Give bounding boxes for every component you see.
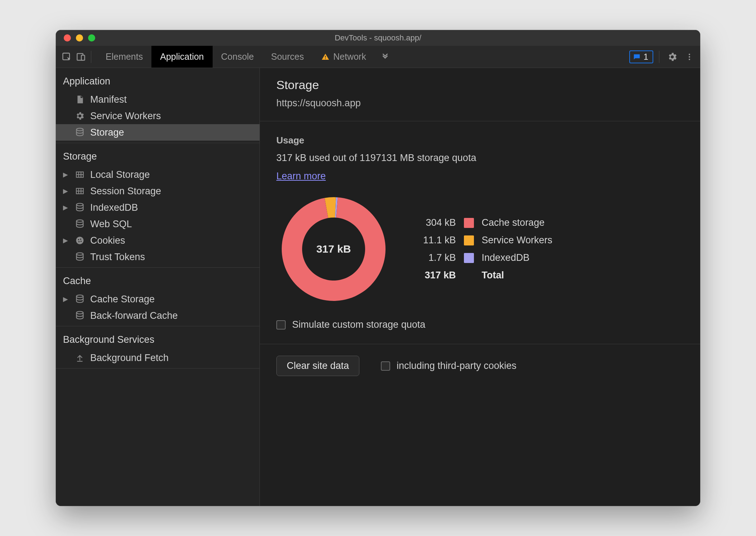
tab-label: Sources (271, 52, 304, 62)
legend-label: IndexedDB (482, 252, 553, 263)
sidebar-item-label: Background Fetch (90, 352, 169, 364)
tab-label: Network (333, 52, 366, 62)
sidebar-item-indexeddb[interactable]: ▶IndexedDB (56, 199, 260, 216)
svg-point-6 (689, 56, 690, 58)
usage-chart-row: 317 kB 304 kBCache storage11.1 kBService… (276, 192, 684, 306)
legend-value: 304 kB (423, 217, 456, 228)
legend-swatch (464, 218, 474, 228)
legend-label: Service Workers (482, 235, 553, 246)
sidebar-item-cookies[interactable]: ▶Cookies (56, 232, 260, 249)
sidebar-item-local-storage[interactable]: ▶Local Storage (56, 166, 260, 183)
issues-badge[interactable]: 1 (629, 50, 653, 63)
more-menu-icon[interactable] (682, 50, 697, 64)
tab-console[interactable]: Console (213, 46, 263, 68)
panel-body: Application▶Manifest▶Service Workers▶Sto… (56, 68, 700, 506)
toolbar: Elements Application Console Sources Net… (56, 46, 700, 68)
expand-arrow-icon[interactable]: ▶ (63, 237, 69, 244)
third-party-label: including third-party cookies (397, 360, 517, 371)
db-icon (74, 310, 85, 321)
sidebar-section-title: Cache (56, 273, 260, 291)
svg-point-22 (78, 241, 79, 242)
legend-swatch (464, 253, 474, 263)
svg-point-5 (689, 54, 690, 55)
tab-label: Console (221, 52, 254, 62)
devtools-window: DevTools - squoosh.app/ Elements Applica… (56, 30, 700, 506)
sidebar-item-back-forward-cache[interactable]: ▶Back-forward Cache (56, 307, 260, 324)
db-icon (74, 294, 85, 304)
sidebar-item-cache-storage[interactable]: ▶Cache Storage (56, 291, 260, 307)
minimize-window-button[interactable] (76, 34, 83, 42)
tab-label: Application (160, 52, 204, 62)
simulate-quota-checkbox[interactable] (276, 320, 286, 330)
upload-icon (74, 352, 85, 363)
svg-point-24 (77, 253, 83, 255)
usage-donut-chart: 317 kB (276, 192, 391, 306)
svg-point-17 (77, 203, 83, 206)
legend-swatch (464, 235, 474, 245)
settings-icon[interactable] (665, 50, 679, 64)
svg-point-25 (77, 295, 83, 297)
close-window-button[interactable] (64, 34, 71, 42)
expand-arrow-icon[interactable]: ▶ (63, 171, 69, 179)
expand-arrow-icon[interactable]: ▶ (63, 204, 69, 211)
sidebar-item-storage[interactable]: ▶Storage (56, 124, 260, 141)
svg-point-23 (81, 241, 82, 242)
learn-more-link[interactable]: Learn more (276, 171, 326, 181)
svg-rect-2 (81, 55, 84, 60)
tab-application[interactable]: Application (151, 46, 212, 68)
sidebar-section: Cache▶Cache Storage▶Back-forward Cache (56, 268, 260, 326)
tab-network[interactable]: Network (312, 46, 375, 68)
sidebar-item-label: Manifest (90, 94, 127, 105)
cookie-icon (74, 235, 85, 246)
legend-value: 1.7 kB (423, 252, 456, 263)
svg-point-8 (77, 128, 83, 131)
svg-point-20 (78, 239, 79, 240)
sidebar-item-label: Cookies (90, 235, 125, 246)
sidebar-item-label: Back-forward Cache (90, 310, 178, 321)
svg-point-21 (80, 239, 81, 240)
divider (260, 121, 700, 121)
panel-header: Storage https://squoosh.app (260, 68, 700, 117)
sidebar-section-title: Background Services (56, 331, 260, 350)
grid-icon (74, 169, 85, 180)
sidebar-item-label: Cache Storage (90, 294, 155, 305)
sidebar-section-title: Application (56, 73, 260, 91)
third-party-row: including third-party cookies (381, 360, 517, 371)
expand-arrow-icon[interactable]: ▶ (63, 187, 69, 195)
simulate-quota-label: Simulate custom storage quota (292, 319, 425, 330)
tab-elements[interactable]: Elements (97, 46, 151, 68)
device-toolbar-icon[interactable] (74, 50, 88, 64)
clear-site-data-button[interactable]: Clear site data (276, 356, 359, 376)
sidebar-item-label: IndexedDB (90, 202, 138, 213)
db-icon (74, 219, 85, 229)
titlebar: DevTools - squoosh.app/ (56, 30, 700, 46)
toolbar-divider (659, 51, 659, 63)
svg-point-7 (689, 59, 690, 60)
db-icon (74, 127, 85, 138)
sidebar-item-trust-tokens[interactable]: ▶Trust Tokens (56, 249, 260, 265)
svg-point-19 (76, 237, 84, 244)
tab-sources[interactable]: Sources (262, 46, 312, 68)
zoom-window-button[interactable] (88, 34, 95, 42)
donut-center-label: 317 kB (276, 192, 391, 306)
sidebar-item-background-fetch[interactable]: ▶Background Fetch (56, 350, 260, 366)
more-tabs-button[interactable] (375, 46, 396, 68)
usage-legend: 304 kBCache storage11.1 kBService Worker… (423, 217, 552, 281)
origin-url: https://squoosh.app (276, 98, 684, 109)
sidebar-item-web-sql[interactable]: ▶Web SQL (56, 216, 260, 232)
sidebar-item-label: Local Storage (90, 169, 150, 180)
sidebar-section: Background Services▶Background Fetch (56, 326, 260, 369)
sidebar-item-session-storage[interactable]: ▶Session Storage (56, 183, 260, 199)
expand-arrow-icon[interactable]: ▶ (63, 295, 69, 303)
sidebar-item-label: Web SQL (90, 219, 132, 230)
file-icon (74, 94, 85, 105)
sidebar-item-label: Storage (90, 127, 124, 138)
sidebar-item-manifest[interactable]: ▶Manifest (56, 91, 260, 108)
sidebar-item-service-workers[interactable]: ▶Service Workers (56, 108, 260, 124)
toolbar-divider (91, 51, 91, 63)
third-party-cookies-checkbox[interactable] (381, 361, 390, 371)
db-icon (74, 252, 85, 262)
inspect-element-icon[interactable] (59, 50, 74, 64)
window-title: DevTools - squoosh.app/ (56, 33, 700, 43)
legend-label: Cache storage (482, 217, 553, 228)
